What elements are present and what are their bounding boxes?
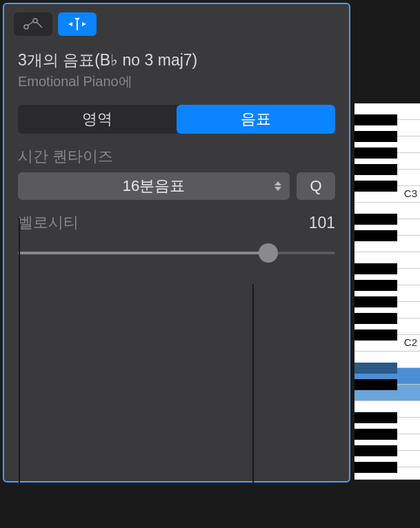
black-key[interactable] bbox=[354, 148, 397, 159]
black-key[interactable] bbox=[354, 280, 397, 291]
note-settings: 시간 퀀타이즈 16분음표 Q 벨로시티 101 bbox=[4, 146, 349, 263]
quantize-select[interactable]: 16분음표 bbox=[18, 172, 290, 200]
tab-group: 영역 음표 bbox=[18, 105, 335, 134]
key-label-c2: C2 bbox=[404, 336, 417, 348]
tab-note[interactable]: 음표 bbox=[177, 105, 335, 134]
black-key[interactable] bbox=[354, 313, 397, 324]
velocity-slider[interactable] bbox=[18, 243, 335, 263]
black-key[interactable] bbox=[354, 363, 397, 374]
quantize-row: 16분음표 Q bbox=[18, 172, 335, 200]
black-key[interactable] bbox=[354, 114, 397, 125]
key-label-c3: C3 bbox=[404, 187, 417, 199]
black-key[interactable] bbox=[354, 462, 397, 473]
velocity-row: 벨로시티 101 bbox=[18, 212, 335, 233]
slider-thumb[interactable] bbox=[259, 243, 278, 263]
catch-playhead-button[interactable] bbox=[58, 12, 97, 36]
tab-region[interactable]: 영역 bbox=[18, 105, 177, 134]
quantize-label: 시간 퀀타이즈 bbox=[18, 146, 335, 167]
toolbar bbox=[4, 4, 349, 44]
selection-header: 3개의 음표(B♭ no 3 maj7) Emotional Piano에 bbox=[4, 44, 349, 94]
black-key[interactable] bbox=[354, 329, 397, 341]
automation-icon bbox=[23, 18, 43, 30]
black-key[interactable] bbox=[354, 296, 397, 307]
slider-fill bbox=[18, 252, 268, 254]
automation-view-button[interactable] bbox=[14, 12, 52, 36]
inspector-panel: 3개의 음표(B♭ no 3 maj7) Emotional Piano에 영역… bbox=[3, 3, 350, 483]
velocity-value: 101 bbox=[309, 214, 335, 232]
velocity-label: 벨로시티 bbox=[18, 212, 79, 233]
callout-line bbox=[252, 284, 254, 514]
svg-line-1 bbox=[28, 21, 34, 26]
track-name: Emotional Piano에 bbox=[18, 72, 335, 91]
quantize-button[interactable]: Q bbox=[297, 172, 335, 200]
quantize-value: 16분음표 bbox=[123, 176, 185, 196]
black-key[interactable] bbox=[354, 214, 397, 225]
black-key[interactable] bbox=[354, 131, 397, 142]
black-key[interactable] bbox=[354, 230, 397, 241]
black-key[interactable] bbox=[354, 445, 397, 456]
svg-line-3 bbox=[37, 22, 42, 28]
catch-icon bbox=[66, 17, 89, 32]
black-key[interactable] bbox=[354, 429, 397, 440]
select-arrows-icon bbox=[274, 181, 281, 191]
callout-line bbox=[19, 218, 20, 514]
black-key[interactable] bbox=[354, 379, 397, 390]
selection-title: 3개의 음표(B♭ no 3 maj7) bbox=[18, 50, 335, 71]
black-key[interactable] bbox=[354, 164, 397, 175]
black-key[interactable] bbox=[354, 263, 397, 274]
black-key[interactable] bbox=[354, 412, 397, 423]
black-key[interactable] bbox=[354, 181, 397, 192]
piano-keyboard[interactable]: C3 C2 bbox=[354, 103, 420, 480]
